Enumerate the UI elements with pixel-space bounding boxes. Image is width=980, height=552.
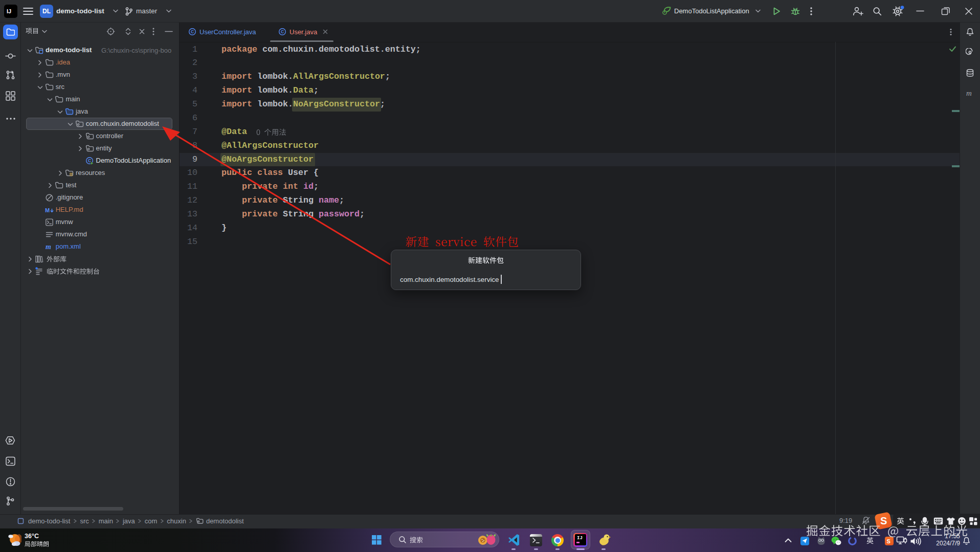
svg-text:M: M [45,207,50,213]
svg-text:C: C [281,29,284,34]
svg-text:C: C [191,29,194,34]
svg-text:m: m [46,243,51,251]
